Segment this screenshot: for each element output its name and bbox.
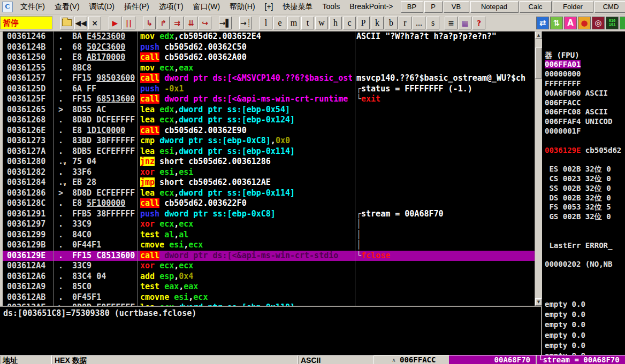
register-line[interactable] [545,250,625,260]
disasm-row[interactable]: 00361286>8D8D ECFEFFFFlea ecx,dword ptr … [3,188,535,199]
quick-button-calc[interactable]: Calc [520,1,552,13]
disasm-row[interactable]: 0036125F.FF15 68513600call dword ptr ds:… [3,94,535,105]
letter-button-r[interactable]: r [399,17,411,29]
breakpoint-icon[interactable]: ● [578,17,591,29]
disasm-row[interactable]: 00361268.8D8D DCFEFFFFlea ecx,dword ptr … [3,115,535,126]
register-line[interactable]: 器 (FPU) [545,51,625,60]
disasm-row[interactable]: 00361255.8BC8mov ecx,eax [3,63,535,74]
register-line[interactable]: 006FFAF4 UNICOD [545,117,625,127]
disassembly-scrollbar[interactable]: ▲ ▼ [535,32,542,306]
windows-button[interactable]: ▦ [459,17,471,29]
register-line[interactable]: 006FFA01 [545,60,625,69]
quick-button-p[interactable]: P [424,1,443,13]
disasm-row[interactable]: 003612AB.0F45F1cmovne esi,ecx [3,292,535,303]
letter-button-s[interactable]: s [426,17,439,29]
register-line[interactable] [545,231,625,241]
letter-button-dotdotdot[interactable]: ... [413,17,425,29]
open-file-button[interactable] [60,17,73,29]
register-line[interactable]: 00A6FD60 ASCII [545,89,625,98]
quick-button-notepad[interactable]: Notepad [470,1,519,13]
menu-item-2[interactable]: 调试(D) [85,2,119,12]
scroll-up-icon[interactable]: ▲ [535,32,542,39]
register-line[interactable] [545,155,625,165]
goto-button[interactable]: →┊ [239,17,252,29]
quick-button-cmd[interactable]: CMD [594,1,625,13]
disassembly-view[interactable]: 00361246.BA E4523600mov edx,cb505d62.003… [0,32,535,306]
registers-panel[interactable]: 器 (FPU)006FFA0100000000FFFFFFFF00A6FD60 … [542,32,625,355]
ascii-icon[interactable]: A [564,17,577,29]
register-line[interactable]: SS 002B 32位 0 [545,184,625,193]
menu-item-6[interactable]: 帮助(H) [225,2,260,12]
menu-item-8[interactable]: 快捷菜单 [278,2,318,12]
letter-button-w[interactable]: w [315,17,328,29]
letter-button-m[interactable]: m [287,17,300,29]
register-line[interactable]: 0036129E cb505d62 [545,146,625,156]
disasm-row[interactable]: 00361299.84C0test al,al│ [3,230,535,241]
disasm-row[interactable]: 00361291.FFB5 38FFFFFFpush dword ptr ss:… [3,209,535,220]
letter-button-l[interactable]: l [260,17,272,29]
disasm-row[interactable]: 00361257.FF15 98503600call dword ptr ds:… [3,73,535,84]
menu-item-7[interactable]: [+] [260,2,278,12]
step-over-button[interactable]: ↱ [157,17,170,29]
target-icon[interactable]: ◎ [592,17,605,29]
register-line[interactable]: LastErr ERROR_ [545,241,625,251]
disasm-row[interactable]: 0036128C.E8 5F100000call cb505d62.003622… [3,198,535,209]
menu-item-3[interactable]: 插件(P) [119,2,154,12]
menu-item-0[interactable]: 文件(F) [16,2,50,12]
run-to-cursor-button[interactable]: →▌ [219,17,232,29]
menu-item-10[interactable]: BreakPoint-> [345,2,398,12]
disasm-row[interactable]: 003612A4.33C9xor ecx,ecx [3,261,535,272]
register-line[interactable]: CS 0023 32位 0 [545,174,625,184]
disasm-row[interactable]: 0036124B.68 502C3600push cb505d62.00362C… [3,42,535,53]
disasm-row[interactable]: 00361284.∨EB 28jmp short cb505d62.003612… [3,177,535,188]
run-button[interactable]: ▶ [109,17,121,29]
dump-scroll-up-icon[interactable]: ∧ [388,355,400,364]
menu-item-5[interactable]: 窗口(W) [188,2,225,12]
register-line[interactable]: GS 002B 32位 0 [545,212,625,222]
disasm-row[interactable]: 00361280.∨75 04jnz short cb505d62.003612… [3,157,535,167]
disasm-row[interactable]: 00361282.33F6xor esi,esi [3,167,535,178]
disasm-row[interactable]: 00361265>8D55 AClea edx,dword ptr ss:[eb… [3,105,535,115]
disasm-row[interactable]: 0036125D.6A FFpush -0x1┌status = FFFFFFF… [3,84,535,95]
fpu-register-line[interactable]: empty 0.0 [545,330,625,340]
disasm-row[interactable]: 0036129B.0F44F1cmove esi,ecx│ [3,240,535,251]
binary-icon[interactable]: 010101 [606,17,619,29]
letter-button-e[interactable]: e [273,17,286,29]
execute-till-return-button[interactable]: ↪ [199,17,211,29]
updown-icon[interactable]: ⇅ [550,17,563,29]
restart-button[interactable]: ◀◀ [74,17,87,29]
disasm-row[interactable]: 00361297.33C9xor ecx,ecx│ [3,219,535,230]
disasm-row[interactable]: 003612AE>8D8D E8FEFFFFlea ecx,dword ptr … [3,303,535,306]
disasm-row[interactable]: 003612A6.83C4 04add esp,0x4 [3,272,535,282]
register-line[interactable]: FFFFFFFF [545,79,625,89]
disasm-row[interactable]: 0036126E.E8 1D1C0000call cb505d62.00362E… [3,126,535,136]
fpu-register-line[interactable]: empty 0.0 [545,320,625,330]
trace-into-button[interactable]: ⇉ [171,17,184,29]
fpu-register-line[interactable]: empty 0.0 [545,351,625,355]
menu-item-1[interactable]: 查看(V) [50,2,85,12]
register-line[interactable]: 006FFC08 ASCII [545,107,625,117]
register-line[interactable]: 00000202 (NO,NB [545,260,625,269]
letter-button-k[interactable]: k [371,17,384,29]
pause-button[interactable]: || [123,17,135,29]
letter-button-h[interactable]: h [329,17,342,29]
register-line[interactable]: DS 002B 32位 0 [545,193,625,203]
menu-item-4[interactable]: 选项(T) [154,2,188,12]
fpu-register-line[interactable]: empty 0.0 [545,299,625,309]
register-line[interactable]: ES 002B 32位 0 [545,165,625,174]
scroll-down-icon[interactable]: ▼ [535,298,542,306]
fpu-register-line[interactable]: empty 0.0 [545,340,625,351]
clipped-icon[interactable] [620,17,625,29]
register-line[interactable]: 006FFACC [545,98,625,108]
swap-icon[interactable]: ⇄ [536,17,549,29]
list-button[interactable]: ≡ [445,17,458,29]
quick-button-vb[interactable]: VB [444,1,469,13]
quick-button-bp[interactable]: BP [401,1,423,13]
register-line[interactable]: FS 0053 32位 5 [545,203,625,212]
disasm-row[interactable]: 003612A9.85C0test eax,eax [3,282,535,292]
step-into-button[interactable]: ↳ [143,17,156,29]
register-line[interactable]: 0000001F [545,127,625,136]
disasm-row[interactable]: 00361246.BA E4523600mov edx,cb505d62.003… [3,32,535,42]
register-line[interactable] [545,136,625,146]
quick-button-folder[interactable]: Folder [553,1,593,13]
